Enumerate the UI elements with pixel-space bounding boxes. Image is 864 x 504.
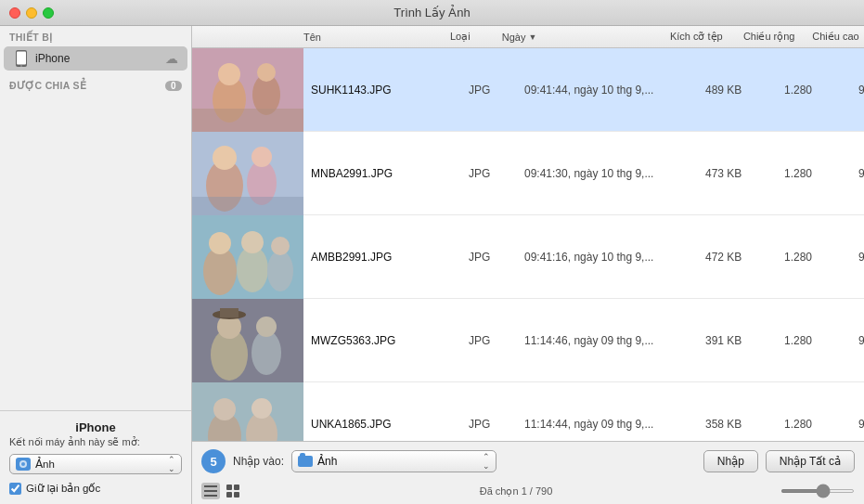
list-view-icon	[204, 485, 217, 498]
import-button[interactable]: Nhập	[703, 450, 758, 472]
grid-view-button[interactable]	[224, 483, 242, 499]
app-dropdown[interactable]: Ảnh ⌃⌄	[9, 454, 182, 474]
file-thumbnail	[192, 48, 303, 132]
svg-rect-10	[192, 109, 303, 132]
file-type: JPG	[469, 251, 524, 264]
file-width: 1.280	[784, 167, 858, 180]
file-type: JPG	[469, 167, 524, 180]
svg-rect-40	[226, 485, 232, 490]
svg-rect-16	[192, 197, 303, 215]
file-date: 09:41:16, ngày 10 thg 9,...	[524, 251, 705, 264]
import-into-label: Nhập vào:	[233, 455, 284, 468]
svg-point-30	[256, 317, 277, 337]
sidebar-item-iphone[interactable]: iPhone ☁	[4, 46, 187, 71]
dropdown-arrow-icon: ⌃⌄	[168, 455, 175, 473]
file-width: 1.280	[784, 84, 858, 97]
svg-rect-24	[192, 299, 303, 382]
table-row[interactable]: AMBB2991.JPG JPG 09:41:16, ngày 10 thg 9…	[192, 215, 864, 299]
file-name: MNBA2991.JPG	[311, 167, 469, 180]
file-size: 473 KB	[705, 167, 784, 180]
svg-rect-37	[204, 485, 217, 487]
svg-rect-28	[220, 308, 239, 317]
file-type: JPG	[469, 418, 524, 431]
file-name: SUHK1143.JPG	[311, 84, 469, 97]
import-count-badge: 5	[201, 449, 226, 473]
file-size: 472 KB	[705, 251, 784, 264]
file-height: 960	[858, 334, 864, 347]
app-dropdown-label: Ảnh	[35, 458, 168, 471]
table-row[interactable]: UNKA1865.JPG JPG 11:14:44, ngày 09 thg 9…	[192, 382, 864, 441]
svg-rect-38	[204, 490, 217, 492]
file-thumbnail	[192, 382, 303, 442]
content-area: Tên Loại Ngày ▼ Kích cỡ tệp Chiều rộng C…	[192, 26, 864, 504]
svg-rect-39	[204, 495, 217, 497]
table-row[interactable]: SUHK1143.JPG JPG 09:41:44, ngày 10 thg 9…	[192, 48, 864, 132]
svg-point-19	[209, 232, 231, 254]
table-row[interactable]: MNBA2991.JPG JPG 09:41:30, ngày 10 thg 9…	[192, 132, 864, 215]
file-date: 11:14:44, ngày 09 thg 9,...	[524, 418, 705, 431]
file-thumbnail	[192, 132, 303, 215]
maximize-button[interactable]	[43, 7, 54, 19]
col-name[interactable]: Tên	[303, 32, 450, 43]
device-name-label: iPhone	[9, 420, 182, 434]
file-height: 960	[858, 251, 864, 264]
file-list: SUHK1143.JPG JPG 09:41:44, ngày 10 thg 9…	[192, 48, 864, 441]
file-height: 960	[858, 167, 864, 180]
destination-dropdown-arrow-icon: ⌃⌄	[483, 452, 490, 471]
col-type[interactable]: Loại	[450, 31, 502, 43]
file-info: AMBB2991.JPG JPG 09:41:16, ngày 10 thg 9…	[303, 251, 864, 264]
file-height: 960	[858, 418, 864, 431]
svg-point-9	[257, 63, 276, 82]
col-height[interactable]: Chiều cao	[812, 31, 864, 43]
bottom-bar: 5 Nhập vào: Ảnh ⌃⌄ Nhập Nhập Tất cả	[192, 441, 864, 504]
svg-point-13	[213, 146, 237, 170]
connect-label: Kết nối máy ảnh này sẽ mở:	[9, 436, 182, 448]
file-size: 391 KB	[705, 334, 784, 347]
import-destination-dropdown[interactable]: Ảnh ⌃⌄	[291, 450, 496, 472]
import-all-button[interactable]: Nhập Tất cả	[766, 450, 855, 472]
file-info: MNBA2991.JPG JPG 09:41:30, ngày 10 thg 9…	[303, 167, 864, 180]
zoom-slider[interactable]	[780, 489, 855, 493]
sidebar: THIẾT BỊ iPhone ☁ ĐƯỢC CHIA SẺ 0 iPhone …	[0, 26, 192, 504]
svg-rect-42	[226, 492, 232, 498]
close-button[interactable]	[9, 7, 20, 19]
svg-point-29	[251, 330, 281, 375]
table-row[interactable]: MWZG5363.JPG JPG 11:14:46, ngày 09 thg 9…	[192, 299, 864, 382]
svg-rect-41	[234, 485, 239, 490]
file-thumbnail	[192, 299, 303, 382]
svg-rect-43	[234, 492, 239, 498]
import-row: 5 Nhập vào: Ảnh ⌃⌄ Nhập Nhập Tất cả	[192, 442, 864, 481]
svg-point-33	[213, 398, 236, 420]
file-type: JPG	[469, 84, 524, 97]
keep-originals-label: Giữ lại bản gốc	[26, 482, 100, 495]
file-date: 09:41:44, ngày 10 thg 9,...	[524, 84, 705, 97]
col-date[interactable]: Ngày ▼	[502, 32, 670, 43]
svg-point-2	[20, 65, 22, 67]
grid-view-icon	[226, 485, 239, 498]
file-thumbnail	[192, 215, 303, 299]
keep-originals-row: Giữ lại bản gốc	[9, 482, 182, 495]
sort-arrow-icon: ▼	[528, 32, 536, 42]
window-controls	[9, 7, 54, 19]
file-name: MWZG5363.JPG	[311, 334, 469, 347]
file-info: UNKA1865.JPG JPG 11:14:44, ngày 09 thg 9…	[303, 418, 864, 431]
file-width: 1.280	[784, 334, 858, 347]
file-width: 1.280	[784, 251, 858, 264]
shared-badge: 0	[165, 81, 182, 91]
keep-originals-checkbox[interactable]	[9, 483, 21, 495]
svg-point-7	[218, 63, 240, 85]
file-size: 489 KB	[705, 84, 784, 97]
file-height: 960	[858, 84, 864, 97]
svg-point-23	[271, 237, 290, 255]
svg-point-22	[267, 251, 293, 291]
list-view-button[interactable]	[201, 483, 220, 499]
column-headers: Tên Loại Ngày ▼ Kích cỡ tệp Chiều rộng C…	[192, 26, 864, 48]
photos-app-icon	[16, 458, 31, 471]
devices-section-header: THIẾT BỊ	[0, 26, 191, 46]
col-width[interactable]: Chiều rộng	[743, 31, 812, 43]
col-size[interactable]: Kích cỡ tệp	[670, 31, 743, 43]
svg-point-15	[251, 147, 272, 167]
sidebar-device-info: iPhone Kết nối máy ảnh này sẽ mở: Ảnh ⌃⌄	[0, 410, 191, 504]
minimize-button[interactable]	[26, 7, 37, 19]
destination-label: Ảnh	[317, 455, 483, 468]
